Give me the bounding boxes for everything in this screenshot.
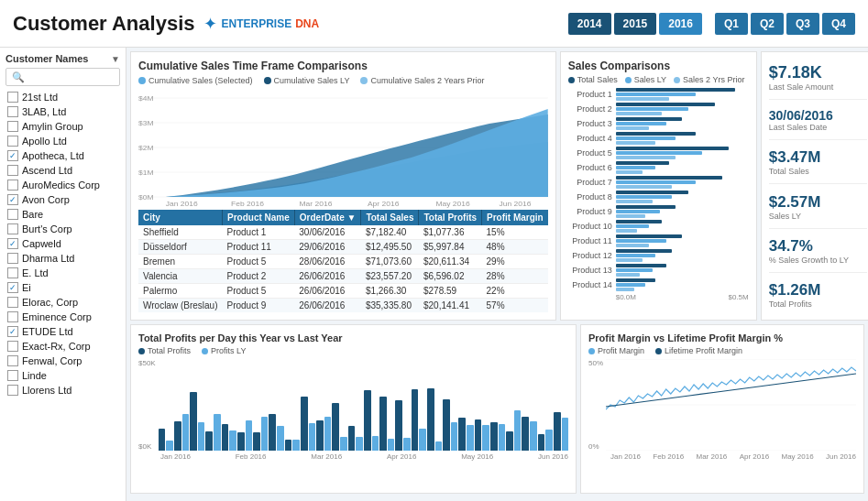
customer-name: 3LAB, Ltd <box>22 106 66 117</box>
customer-checkbox[interactable] <box>7 106 18 117</box>
product-bar <box>616 93 696 96</box>
customer-checkbox[interactable] <box>7 92 18 103</box>
customer-checkbox[interactable]: ✓ <box>7 194 18 205</box>
customer-checkbox[interactable] <box>7 136 18 147</box>
customer-checkbox[interactable]: ✓ <box>7 326 18 337</box>
cumulative-area-chart: $4M $3M $2M $1M $0M Jan 2016 Feb 2016 Ma… <box>138 89 548 208</box>
customer-checkbox[interactable] <box>7 121 18 132</box>
customer-checkbox[interactable] <box>7 311 18 322</box>
stat-last-sale-amount: $7.18K Last Sale Amount <box>769 63 867 100</box>
customer-checkbox[interactable] <box>7 223 18 234</box>
customer-checkbox[interactable] <box>7 253 18 264</box>
bar-pair <box>237 420 252 451</box>
year-2014-button[interactable]: 2014 <box>568 13 611 35</box>
customer-checkbox[interactable] <box>7 297 18 308</box>
bar-total <box>285 440 292 451</box>
sidebar-dropdown-arrow-icon[interactable]: ▼ <box>111 54 120 64</box>
bar-ly <box>530 421 537 451</box>
bar-pair <box>412 389 426 451</box>
sidebar-item[interactable]: Elorac, Corp <box>5 295 120 310</box>
total-profits-title: Total Profits per Day this Year vs Last … <box>138 332 568 343</box>
sidebar-item[interactable]: Dharma Ltd <box>5 251 120 266</box>
stat-last-sale-label: Last Sale Amount <box>769 82 867 92</box>
customer-name: Elorac, Corp <box>22 297 78 308</box>
bar-ly <box>166 441 173 451</box>
product-bar-row: Product 3 <box>568 117 749 130</box>
sidebar-item[interactable]: Exact-Rx, Corp <box>5 339 120 354</box>
product-bar <box>616 170 643 174</box>
sidebar-item[interactable]: AuroMedics Corp <box>5 178 120 192</box>
customer-name: 21st Ltd <box>22 92 58 103</box>
bar-pair <box>364 390 379 451</box>
sidebar-item[interactable]: Burt's Corp <box>5 222 120 236</box>
product-bar-label: Product 14 <box>568 280 616 289</box>
q1-button[interactable]: Q1 <box>715 13 748 35</box>
customer-name: Capweld <box>22 238 61 249</box>
sidebar-item[interactable]: Fenwal, Corp <box>5 354 120 368</box>
bar-ly <box>292 440 300 451</box>
stat-total-sales: $3.47M Total Sales <box>769 148 867 184</box>
product-bar <box>616 288 634 291</box>
year-2015-button[interactable]: 2015 <box>614 13 657 35</box>
sidebar-item[interactable]: ✓ETUDE Ltd <box>5 324 120 339</box>
q3-button[interactable]: Q3 <box>786 13 819 35</box>
sidebar-search-input[interactable] <box>5 68 120 86</box>
customer-checkbox[interactable] <box>7 341 18 352</box>
sidebar-item[interactable]: ✓Ei <box>5 280 120 295</box>
bar-pair <box>316 417 331 451</box>
sidebar-item[interactable]: Eminence Corp <box>5 310 120 324</box>
product-bar <box>616 147 729 150</box>
product-bar-row: Product 10 <box>568 220 749 233</box>
product-bar-label: Product 5 <box>568 148 616 158</box>
customer-checkbox[interactable] <box>7 180 18 191</box>
bar-ly <box>261 417 269 451</box>
bar-total <box>364 390 371 451</box>
sidebar-item[interactable]: Amylin Group <box>5 119 120 134</box>
bar-pair <box>490 422 505 451</box>
customer-checkbox[interactable]: ✓ <box>7 238 18 249</box>
customer-checkbox[interactable] <box>7 385 18 396</box>
product-bar-row: Product 14 <box>568 278 749 291</box>
svg-text:Apr 2016: Apr 2016 <box>368 200 400 208</box>
bar-ly <box>356 437 363 451</box>
sidebar-item[interactable]: Bare <box>5 207 120 222</box>
q2-button[interactable]: Q2 <box>751 13 784 35</box>
product-bar <box>616 122 666 125</box>
table-cell: 26/06/2016 <box>294 299 361 313</box>
customer-checkbox[interactable] <box>7 267 18 278</box>
stat-last-sale-date: 30/06/2016 Last Sales Date <box>769 108 867 140</box>
sidebar-item[interactable]: ✓Apotheca, Ltd <box>5 148 120 163</box>
sidebar-item[interactable]: Llorens Ltd <box>5 383 120 398</box>
q4-button[interactable]: Q4 <box>822 13 855 35</box>
product-bar <box>616 249 672 253</box>
customer-checkbox[interactable] <box>7 370 18 381</box>
profit-margin-legend: Profit Margin Lifetime Profit Margin <box>588 346 856 355</box>
sidebar-item[interactable]: Apollo Ltd <box>5 134 120 148</box>
customer-checkbox[interactable] <box>7 355 18 366</box>
product-bar <box>616 229 637 233</box>
customer-name: ETUDE Ltd <box>22 326 73 337</box>
sales-table: City Product Name OrderDate ▼ Total Sale… <box>138 210 548 312</box>
sidebar-item[interactable]: E. Ltd <box>5 266 120 280</box>
stat-total-profits: $1.26M Total Profits <box>769 281 867 309</box>
year-2016-button[interactable]: 2016 <box>659 13 702 35</box>
sidebar-item[interactable]: 21st Ltd <box>5 90 120 104</box>
product-bar <box>616 268 654 272</box>
sidebar-item[interactable]: ✓Avon Corp <box>5 192 120 207</box>
sidebar-item[interactable]: 3LAB, Ltd <box>5 104 120 119</box>
product-bar <box>616 166 656 169</box>
product-bar-group <box>616 132 749 145</box>
col-orderdate[interactable]: OrderDate ▼ <box>294 210 361 225</box>
customer-checkbox[interactable]: ✓ <box>7 150 18 161</box>
product-bar <box>616 117 683 121</box>
customer-checkbox[interactable] <box>7 165 18 176</box>
customer-checkbox[interactable] <box>7 209 18 220</box>
table-cell: $23,557.20 <box>361 269 419 284</box>
table-cell: 26/06/2016 <box>294 284 361 299</box>
profits-chart-container: $50K $0K <box>138 359 568 451</box>
sidebar-item[interactable]: Linde <box>5 368 120 383</box>
sidebar-item[interactable]: Ascend Ltd <box>5 163 120 178</box>
sidebar-item[interactable]: ✓Capweld <box>5 236 120 251</box>
customer-checkbox[interactable]: ✓ <box>7 282 18 293</box>
bar-ly <box>467 425 474 451</box>
